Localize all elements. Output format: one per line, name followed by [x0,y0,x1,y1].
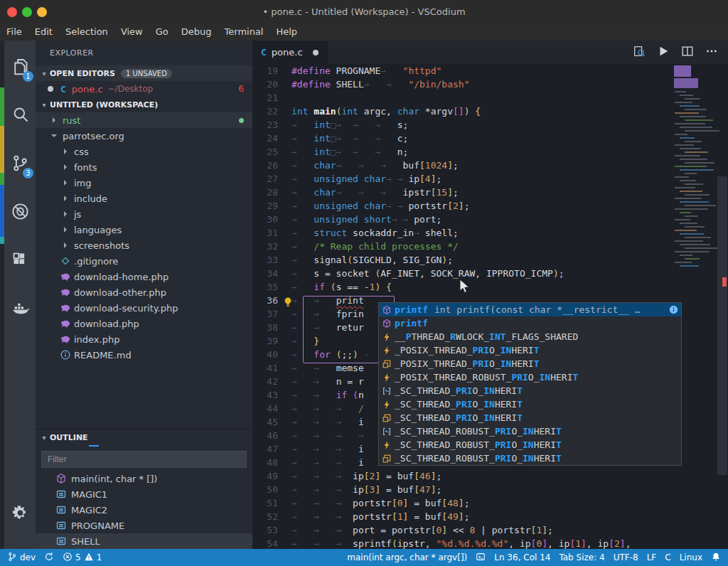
suggest-item[interactable]: _SC_THREAD_ROBUST_PRIO_INHERIT [379,424,681,438]
tab-size-item[interactable]: Tab Size: 4 [555,549,609,566]
eol-item[interactable]: LF [643,549,661,566]
language-mode-item[interactable]: C [660,549,675,566]
open-editor-item[interactable]: C pone.c ~/Desktop 6 [36,81,252,97]
outline-item-main-int-char-[interactable]: main(int, char * []) [36,471,252,486]
code-line-32[interactable]: 32→ /* Reap child processes */ [252,240,728,253]
code-line-21[interactable]: 21 [252,91,728,105]
code-line-31[interactable]: 31→ struct sockaddr_in→ shell; [252,226,728,240]
tree-item-rust[interactable]: rust [36,112,252,128]
code-line-35[interactable]: 35→ if (s == -1) { [252,280,728,294]
tree-item-readme-md[interactable]: README.md [36,347,252,363]
suggest-item[interactable]: _POSIX_THREAD_ROBUST_PRIO_INHERIT [379,370,681,384]
tree-item-parrotsec-org[interactable]: parrotsec.org [36,128,252,144]
explorer-activity-button[interactable]: 1 [4,43,36,92]
code-line-33[interactable]: 33→ signal(SIGCHLD, SIG_IGN); [252,253,728,267]
os-item[interactable]: Linux [675,549,707,566]
tab-pone-c[interactable]: C pone.c [252,41,328,64]
open-preview-icon[interactable] [633,45,646,60]
code-line-52[interactable]: 52→ → → portstr[1] = buf[49]; [252,510,728,523]
problems-status-item[interactable]: 5 1 [58,549,106,566]
menu-file[interactable]: File [0,23,28,41]
tree-item-download-php[interactable]: download.php [36,316,252,331]
code-line-28[interactable]: 28→ char→ → → ipstr[15]; [252,186,728,199]
open-editors-header[interactable]: ▾ OPEN EDITORS 1 UNSAVED [36,65,252,81]
tree-item-fonts[interactable]: fonts [36,159,252,175]
code-line-30[interactable]: 30→ unsigned short→ → port; [252,213,728,226]
code-line-23[interactable]: 23→ int□→ → → s; [252,118,728,132]
menu-terminal[interactable]: Terminal [218,23,270,41]
tree-item--gitignore[interactable]: .gitignore [36,253,252,269]
extensions-activity-button[interactable] [4,237,36,285]
line-content: → if (s == -1) { [278,280,392,294]
outline-item-magic2[interactable]: MAGIC2 [36,502,252,518]
menu-view[interactable]: View [114,23,149,41]
tree-item-languages[interactable]: languages [36,222,252,237]
tree-item-js[interactable]: js [36,206,252,222]
code-line-26[interactable]: 26→ char→ → → buf[1024]; [252,159,728,172]
source-control-activity-button[interactable]: 3 [4,140,36,188]
info-icon[interactable] [669,305,678,314]
code-line-54[interactable]: 54→ → → sprintf(ipstr, "%d.%d.%d.%d", ip… [252,537,728,549]
suggest-item[interactable]: _SC_THREAD_PRIO_INHERIT [379,397,681,411]
menu-go[interactable]: Go [149,23,175,41]
workspace-header[interactable]: ▾ UNTITLED (WORKSPACE) [36,97,252,112]
menu-debug[interactable]: Debug [175,23,218,41]
debug-activity-button[interactable] [4,188,36,237]
lightbulb-icon[interactable] [282,297,294,308]
code-line-20[interactable]: 20#define SHELL→ → "/bin/bash" [252,78,728,91]
outline-item-progname[interactable]: PROGNAME [36,518,252,533]
tree-item-download-security-php[interactable]: download-security.php [36,300,252,316]
editor-scrollbar[interactable] [717,64,728,549]
code-line-27[interactable]: 27→ unsigned char→ → ip[4]; [252,172,728,186]
outline-item-magic1[interactable]: MAGIC1 [36,486,252,502]
tree-item-download-home-php[interactable]: download-home.php [36,269,252,284]
suggest-item[interactable]: _SC_THREAD_PRIO_INHERIT [379,411,681,424]
suggest-item[interactable]: printfint printf(const char *__restrict_… [379,303,681,316]
outline-filter-input[interactable] [41,451,247,468]
suggest-item[interactable]: _SC_THREAD_ROBUST_PRIO_INHERIT [379,452,681,465]
code-line-25[interactable]: 25→ int□→ → → n; [252,145,728,159]
code-line-19[interactable]: 19#define PROGNAME→ "httpd" [252,64,728,78]
run-code-icon[interactable] [657,45,670,60]
menu-edit[interactable]: Edit [28,23,59,41]
encoding-item[interactable]: UTF-8 [609,549,643,566]
sync-status-item[interactable] [40,549,58,566]
split-editor-icon[interactable] [681,45,694,60]
scrollbar-slider[interactable] [717,176,727,475]
tree-item-include[interactable]: include [36,191,252,206]
code-line-29[interactable]: 29→ unsigned char→ → portstr[2]; [252,199,728,213]
manage-button[interactable] [4,491,36,539]
code-line-53[interactable]: 53→ → → port = portstr[0] << 8 | portstr… [252,523,728,537]
cursor-position-item[interactable]: Ln 36, Col 14 [490,549,555,566]
search-activity-button[interactable] [4,92,36,140]
code-line-34[interactable]: 34→ s = socket (AF_INET, SOCK_RAW, IPPRO… [252,267,728,280]
tree-item-css[interactable]: css [36,144,252,159]
symbol-status-item[interactable]: main(int argc, char * argv[]) [343,549,471,566]
tree-item-img[interactable]: img [36,175,252,191]
suggest-item[interactable]: _POSIX_THREAD_PRIO_INHERIT [379,343,681,357]
tree-item-download-other-php[interactable]: download-other.php [36,284,252,300]
code-line-22[interactable]: 22int main(int argc, char *argv[]) { [252,105,728,118]
suggest-item[interactable]: __PTHREAD_RWLOCK_INT_FLAGS_SHARED [379,330,681,343]
notifications-item[interactable] [707,549,728,566]
tree-item-screenshots[interactable]: screenshots [36,237,252,253]
suggest-item[interactable]: _SC_THREAD_ROBUST_PRIO_INHERIT [379,438,681,452]
more-actions-icon[interactable] [705,45,718,60]
suggest-item[interactable]: _POSIX_THREAD_PRIO_INHERIT [379,357,681,370]
language-status-item[interactable] [471,549,490,566]
code-line-51[interactable]: 51→ → → portstr[0] = buf[48]; [252,496,728,510]
outline-header[interactable]: ▾ OUTLINE [36,429,252,445]
tree-item-index-php[interactable]: index.php [36,331,252,347]
menu-selection[interactable]: Selection [59,23,114,41]
code-line-50[interactable]: 50→ → → ip[3] = buf[47]; [252,483,728,496]
outline-item-shell[interactable]: SHELL [36,533,252,549]
minimap-block [680,265,699,267]
code-line-24[interactable]: 24→ int□→ → → c; [252,132,728,145]
docker-activity-button[interactable] [4,285,36,333]
menu-help[interactable]: Help [269,23,304,41]
suggest-item[interactable]: printf [379,316,681,330]
branch-status-item[interactable]: dev [0,549,40,566]
code-editor[interactable]: 19#define PROGNAME→ "httpd"20#define SHE… [252,64,728,549]
code-line-49[interactable]: 49→ → → ip[2] = buf[46]; [252,469,728,483]
suggest-item[interactable]: _SC_THREAD_PRIO_INHERIT [379,384,681,397]
